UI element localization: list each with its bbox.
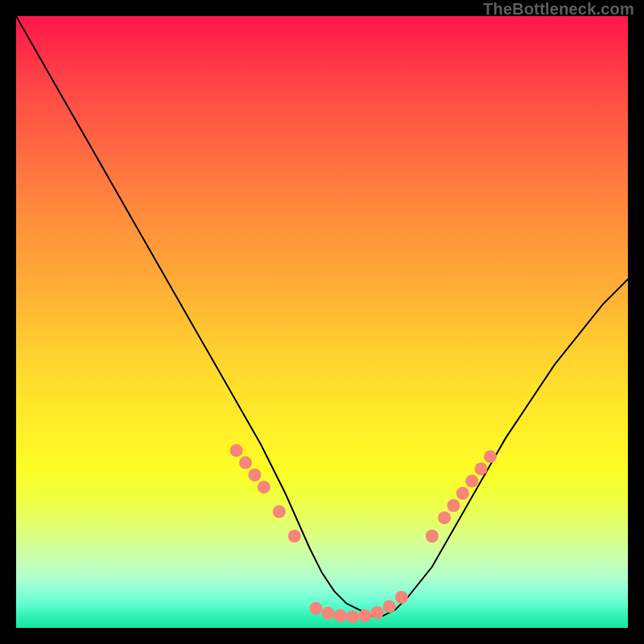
plot-background: [16, 16, 628, 628]
watermark-text: TheBottleneck.com: [483, 0, 634, 19]
chart-container: TheBottleneck.com: [0, 0, 644, 644]
